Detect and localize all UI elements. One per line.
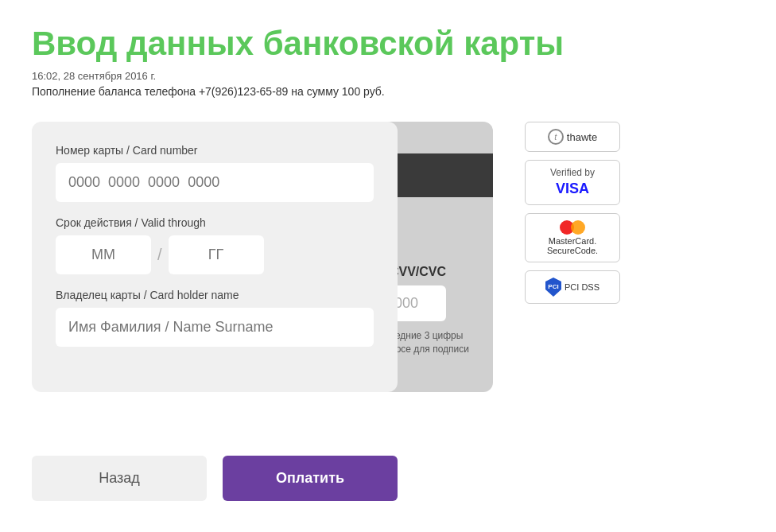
- expiry-month-input[interactable]: [56, 235, 151, 274]
- card-number-input[interactable]: [56, 163, 374, 202]
- mastercard-line1: MasterCard.: [537, 236, 608, 246]
- svg-text:PCI: PCI: [548, 283, 558, 290]
- expiry-label: Срок действия / Valid through: [56, 216, 374, 229]
- bottom-section: Назад Оплатить: [32, 424, 509, 501]
- mastercard-logo: [537, 220, 608, 235]
- thawte-icon: t: [548, 129, 564, 145]
- page-title: Ввод данных банковской карты: [32, 24, 744, 64]
- slash-separator: /: [157, 246, 162, 264]
- buttons-row: Назад Оплатить: [32, 456, 509, 501]
- card-form-wrapper: Номер карты / Card number Срок действия …: [32, 122, 477, 392]
- cardholder-label: Владелец карты / Card holder name: [56, 289, 374, 301]
- verified-by-text: Verified by: [537, 167, 608, 180]
- mastercard-badge: MasterCard. SecureCode.: [525, 213, 620, 262]
- pci-shield-icon: PCI: [545, 278, 561, 297]
- card-number-label: Номер карты / Card number: [56, 144, 374, 157]
- mc-orange-circle: [571, 220, 585, 235]
- pci-label: PCI DSS: [565, 282, 599, 292]
- visa-text: VISA: [537, 180, 608, 198]
- card-front: Номер карты / Card number Срок действия …: [32, 122, 398, 392]
- expiry-row: /: [56, 235, 374, 274]
- mastercard-line2: SecureCode.: [537, 246, 608, 255]
- pci-text: PCI PCI DSS: [537, 278, 608, 297]
- description-label: Пополнение баланса телефона +7(926)123-6…: [32, 85, 744, 98]
- security-badges: t thawte Verified by VISA MasterCard. Se…: [525, 122, 620, 304]
- pay-button[interactable]: Оплатить: [223, 456, 398, 501]
- pci-badge: PCI PCI DSS: [525, 270, 620, 304]
- datetime-label: 16:02, 28 сентября 2016 г.: [32, 70, 744, 82]
- thawte-label: thawte: [567, 131, 597, 143]
- back-button[interactable]: Назад: [32, 456, 207, 501]
- verified-visa-badge: Verified by VISA: [525, 160, 620, 205]
- expiry-year-input[interactable]: [169, 235, 264, 274]
- thawte-badge: t thawte: [525, 122, 620, 152]
- cardholder-input[interactable]: [56, 308, 374, 347]
